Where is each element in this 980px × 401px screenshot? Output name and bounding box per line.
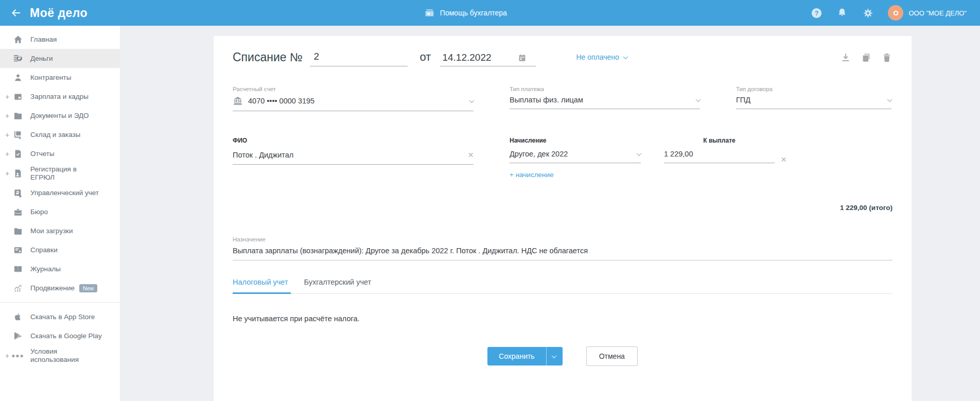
sidebar-item-label: Бюро bbox=[30, 208, 48, 216]
page-title: Списание № bbox=[233, 50, 303, 66]
clear-payout-icon[interactable]: × bbox=[781, 154, 786, 179]
fio-field: ФИО × bbox=[233, 137, 474, 179]
help-accountant-link[interactable]: Помощь бухгалтера bbox=[424, 7, 507, 19]
calendar-icon[interactable] bbox=[517, 53, 527, 63]
accrual-field: Начисление Другое, дек 2022 + начисление bbox=[510, 137, 641, 179]
expand-plus-icon[interactable]: + bbox=[5, 131, 12, 139]
cancel-button[interactable]: Отмена bbox=[586, 346, 638, 366]
sidebar-item-spravki[interactable]: + Справки bbox=[0, 240, 120, 259]
purpose-label: Назначение bbox=[233, 236, 892, 242]
account-value: 4070 •••• 0000 3195 bbox=[248, 97, 314, 105]
promotion-icon bbox=[12, 283, 23, 293]
topbar: Моё дело Помощь бухгалтера ? O ООО "МОЕ … bbox=[0, 0, 980, 26]
sidebar-item-glavnaya[interactable]: + Главная bbox=[0, 30, 120, 49]
arrow-left-icon bbox=[10, 7, 22, 19]
money-icon: ₽ bbox=[12, 53, 23, 64]
sidebar-item-byuro[interactable]: + Бюро bbox=[0, 202, 120, 221]
back-button[interactable] bbox=[8, 5, 24, 21]
sidebar-item-label: Мои загрузки bbox=[30, 227, 73, 235]
sidebar-item-usloviya[interactable]: + ●●● Условия использования bbox=[0, 345, 120, 365]
bell-icon[interactable] bbox=[835, 6, 849, 20]
payment-type-select[interactable]: Выплаты физ. лицам bbox=[510, 96, 700, 109]
tab-bookkeeping[interactable]: Бухгалтерский учет bbox=[304, 278, 374, 293]
certificates-icon bbox=[12, 245, 23, 255]
clear-fio-icon[interactable]: × bbox=[468, 150, 474, 160]
bank-icon bbox=[233, 96, 243, 106]
home-icon bbox=[12, 34, 23, 45]
sidebar-item-zarplata[interactable]: + Зарплата и кадры bbox=[0, 87, 120, 106]
save-button[interactable]: Сохранить bbox=[487, 347, 546, 365]
trash-icon[interactable] bbox=[881, 52, 892, 63]
reports-icon bbox=[12, 148, 23, 159]
date-field bbox=[440, 52, 536, 66]
journals-icon bbox=[12, 264, 23, 274]
sidebar-item-appstore[interactable]: + Скачать в App Store bbox=[0, 307, 120, 326]
expand-plus-icon[interactable]: + bbox=[5, 150, 12, 158]
expand-plus-icon[interactable]: + bbox=[5, 112, 12, 120]
sidebar-item-label: Управленческий учет bbox=[30, 189, 99, 197]
sidebar-item-label: Документы и ЭДО bbox=[30, 112, 89, 120]
save-options-button[interactable] bbox=[546, 347, 563, 365]
fio-input[interactable] bbox=[233, 151, 464, 159]
help-icon[interactable]: ? bbox=[810, 6, 823, 20]
payout-input[interactable] bbox=[664, 150, 775, 158]
sidebar-item-sklad[interactable]: + Склад и заказы bbox=[0, 125, 120, 144]
downloads-icon bbox=[12, 225, 23, 236]
sidebar-item-label: Контрагенты bbox=[30, 74, 72, 82]
contract-type-value: ГПД bbox=[736, 96, 750, 104]
chevron-down-icon bbox=[469, 98, 475, 103]
accrual-value: Другое, дек 2022 bbox=[510, 150, 568, 158]
sidebar-item-otchety[interactable]: + Отчеты bbox=[0, 144, 120, 163]
svg-text:₽: ₽ bbox=[18, 56, 21, 61]
sidebar-item-label: Справки bbox=[30, 246, 58, 254]
download-icon[interactable] bbox=[840, 52, 851, 63]
account-select[interactable]: 4070 •••• 0000 3195 bbox=[233, 96, 474, 111]
date-input[interactable] bbox=[440, 52, 517, 63]
sidebar-item-googleplay[interactable]: + Скачать в Google Play bbox=[0, 326, 120, 345]
apple-icon bbox=[12, 311, 23, 322]
accrual-select[interactable]: Другое, дек 2022 bbox=[510, 150, 641, 163]
add-accrual-link[interactable]: + начисление bbox=[510, 171, 554, 179]
total-amount: 1 229,00 (итого) bbox=[233, 204, 892, 212]
gear-icon[interactable] bbox=[861, 6, 874, 20]
sidebar-item-zagruzki[interactable]: + Мои загрузки bbox=[0, 221, 120, 240]
app-logo[interactable]: Моё дело bbox=[30, 6, 87, 20]
sidebar-item-upravlencheskiy[interactable]: + ₽ Управленческий учет bbox=[0, 183, 120, 202]
avatar[interactable]: O bbox=[888, 5, 903, 21]
sidebar-item-label: Скачать в Google Play bbox=[30, 332, 102, 340]
sidebar-item-kontragenty[interactable]: + Контрагенты bbox=[0, 68, 120, 87]
sidebar-item-label: Склад и заказы bbox=[30, 131, 80, 139]
account-field: Расчетный счет 4070 •••• 0000 3195 bbox=[233, 86, 474, 111]
date-from-label: от bbox=[420, 50, 431, 66]
account-name[interactable]: ООО "МОЕ ДЕЛО" bbox=[908, 9, 967, 17]
status-dropdown[interactable]: Не оплачено bbox=[576, 53, 627, 61]
svg-text:₽: ₽ bbox=[16, 190, 19, 195]
chevron-down-icon bbox=[887, 97, 892, 102]
copy-icon[interactable] bbox=[861, 52, 872, 63]
sidebar-item-prodvizhenie[interactable]: + Продвижение New bbox=[0, 278, 120, 298]
management-icon: ₽ bbox=[12, 187, 23, 198]
tab-tax-accounting[interactable]: Налоговый учет bbox=[233, 278, 291, 294]
sidebar-item-zhurnaly[interactable]: + Журналы bbox=[0, 259, 120, 278]
document-number-input[interactable] bbox=[310, 51, 408, 66]
contract-type-label: Тип договора bbox=[736, 86, 891, 92]
purpose-input[interactable] bbox=[233, 247, 892, 260]
money-help-icon bbox=[424, 7, 440, 19]
tabs: Налоговый учет Бухгалтерский учет bbox=[233, 278, 892, 294]
payment-type-field: Тип платежа Выплаты физ. лицам bbox=[510, 86, 700, 111]
contractors-icon bbox=[12, 72, 23, 83]
contract-type-select[interactable]: ГПД bbox=[736, 96, 891, 109]
bureau-icon bbox=[12, 206, 23, 217]
sidebar-item-label: Зарплата и кадры bbox=[30, 93, 89, 101]
svg-text:?: ? bbox=[815, 9, 819, 16]
sidebar-item-label: Журналы bbox=[30, 265, 61, 273]
sidebar-item-dokumenty[interactable]: + Документы и ЭДО bbox=[0, 106, 120, 125]
sidebar-item-registraciya[interactable]: + Регистрация в ЕГРЮЛ bbox=[0, 163, 120, 183]
sidebar-item-label: Главная bbox=[30, 36, 57, 44]
google-play-icon bbox=[12, 330, 23, 341]
sidebar-item-dengi[interactable]: + ₽ Деньги bbox=[0, 49, 120, 68]
expand-plus-icon[interactable]: + bbox=[5, 169, 12, 178]
tax-note: Не учитывается при расчёте налога. bbox=[233, 315, 892, 323]
expand-plus-icon[interactable]: + bbox=[5, 93, 12, 101]
chevron-down-icon bbox=[637, 151, 642, 156]
